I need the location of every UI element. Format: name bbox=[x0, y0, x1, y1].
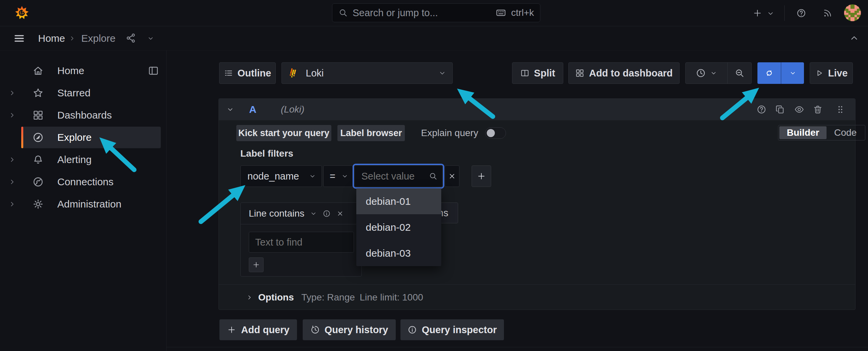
query-inspector-button[interactable]: Query inspector bbox=[400, 319, 504, 340]
compass-icon bbox=[32, 132, 44, 143]
dock-menu-icon[interactable] bbox=[148, 65, 159, 76]
label-browser-button[interactable]: Label browser bbox=[337, 125, 405, 141]
user-avatar[interactable] bbox=[844, 4, 861, 21]
bell-icon bbox=[32, 154, 44, 165]
mega-menu-icon[interactable] bbox=[13, 33, 25, 44]
chevron-down-icon bbox=[789, 69, 797, 77]
grafana-logo[interactable] bbox=[14, 5, 30, 20]
operator-value: = bbox=[330, 171, 335, 182]
options-line-limit: Line limit: 1000 bbox=[360, 285, 423, 310]
chevron-right-icon[interactable] bbox=[8, 156, 16, 164]
add-operation-param-button[interactable] bbox=[249, 257, 264, 272]
zoom-out-time-button[interactable] bbox=[728, 68, 751, 78]
search-icon bbox=[429, 172, 438, 181]
dropdown-option[interactable]: debian-01 bbox=[356, 188, 441, 214]
sidebar-item-label: Connections bbox=[57, 176, 114, 188]
sidebar-item-dashboards[interactable]: Dashboards bbox=[0, 104, 166, 126]
search-input[interactable] bbox=[353, 7, 491, 19]
live-button[interactable]: Live bbox=[810, 62, 853, 84]
times-close-icon bbox=[448, 172, 456, 181]
value-input-field[interactable] bbox=[361, 171, 419, 182]
label-name-value: node_name bbox=[247, 171, 299, 182]
value-select-input[interactable] bbox=[354, 165, 443, 187]
time-picker[interactable] bbox=[685, 62, 752, 84]
mode-builder-option[interactable]: Builder bbox=[779, 126, 827, 139]
sidebar-item-alerting[interactable]: Alerting bbox=[0, 149, 166, 170]
news-rss-icon[interactable] bbox=[822, 8, 833, 18]
collapse-chevron-up-icon[interactable] bbox=[849, 33, 860, 43]
breadcrumb-home[interactable]: Home bbox=[38, 26, 65, 51]
run-query-refresh-button[interactable] bbox=[757, 62, 804, 84]
add-query-button[interactable]: Add query bbox=[219, 319, 297, 340]
chevron-right-icon[interactable] bbox=[8, 89, 16, 97]
query-ref-id[interactable]: A bbox=[249, 99, 257, 120]
loki-logo-icon bbox=[288, 67, 299, 79]
split-button[interactable]: Split bbox=[512, 62, 563, 84]
query-row-header[interactable]: A (Loki) bbox=[219, 99, 855, 120]
chevron-right-icon[interactable] bbox=[8, 111, 16, 119]
text-to-find-field[interactable] bbox=[255, 237, 348, 248]
new-plus-icon[interactable] bbox=[752, 8, 762, 18]
global-search[interactable]: ctrl+k bbox=[332, 3, 540, 22]
sidebar-item-starred[interactable]: Starred bbox=[0, 82, 166, 104]
chevron-down-icon[interactable] bbox=[310, 210, 317, 217]
chevron-right-icon bbox=[68, 35, 76, 42]
list-outline-icon bbox=[224, 68, 233, 78]
info-circle-icon bbox=[408, 325, 417, 334]
operation-card-header[interactable]: Line contains bbox=[241, 203, 361, 224]
chevron-right-icon[interactable] bbox=[8, 200, 16, 208]
refresh-interval-caret[interactable] bbox=[781, 69, 804, 77]
share-icon[interactable] bbox=[125, 33, 136, 43]
dropdown-option[interactable]: debian-03 bbox=[356, 240, 441, 266]
query-history-button[interactable]: Query history bbox=[303, 319, 396, 340]
duplicate-query-icon[interactable] bbox=[775, 104, 785, 115]
drag-handle-icon[interactable] bbox=[835, 104, 845, 115]
bottom-divider bbox=[166, 347, 868, 347]
play-icon bbox=[815, 69, 824, 77]
collapse-query-chevron-icon[interactable] bbox=[226, 105, 234, 114]
toggle-visibility-eye-icon[interactable] bbox=[794, 104, 804, 115]
help-icon[interactable] bbox=[796, 8, 806, 18]
times-close-icon[interactable] bbox=[336, 210, 344, 218]
sidebar-item-label: Dashboards bbox=[57, 109, 112, 121]
chevron-down-icon bbox=[341, 172, 349, 180]
datasource-name: Loki bbox=[306, 68, 324, 79]
add-to-dashboard-button[interactable]: Add to dashboard bbox=[568, 62, 680, 84]
mode-code-option[interactable]: Code bbox=[827, 126, 864, 139]
info-circle-icon[interactable] bbox=[323, 210, 331, 218]
plug-icon bbox=[32, 176, 44, 188]
operation-title: Line contains bbox=[249, 208, 304, 219]
outline-button[interactable]: Outline bbox=[219, 62, 276, 84]
add-to-dashboard-label: Add to dashboard bbox=[589, 68, 672, 79]
query-options-row[interactable]: Options Type: Range Line limit: 1000 bbox=[219, 284, 855, 310]
breadcrumb-current[interactable]: Explore bbox=[81, 26, 116, 51]
sidebar-item-explore[interactable]: Explore bbox=[0, 127, 166, 148]
plus-icon bbox=[227, 325, 236, 334]
chevron-down-icon[interactable] bbox=[147, 35, 154, 42]
sidebar-item-administration[interactable]: Administration bbox=[0, 193, 166, 215]
remove-query-trash-icon[interactable] bbox=[813, 104, 823, 115]
remove-filter-button[interactable] bbox=[445, 165, 459, 187]
chevron-right-icon[interactable] bbox=[8, 178, 16, 186]
value-options-dropdown: debian-01 debian-02 debian-03 bbox=[356, 188, 441, 266]
query-help-icon[interactable] bbox=[756, 104, 767, 115]
add-filter-button[interactable] bbox=[472, 165, 491, 187]
sidebar-item-home[interactable]: Home bbox=[0, 60, 166, 82]
editor-mode-toggle: Builder Code bbox=[778, 125, 865, 140]
sidebar-item-connections[interactable]: Connections bbox=[0, 171, 166, 193]
chevron-down-icon[interactable] bbox=[767, 9, 775, 18]
kick-start-query-button[interactable]: Kick start your query bbox=[236, 125, 331, 141]
explain-query-label: Explain query bbox=[421, 125, 478, 141]
explain-query-toggle[interactable] bbox=[485, 127, 506, 139]
label-name-select[interactable]: node_name bbox=[240, 165, 322, 187]
query-history-label: Query history bbox=[325, 324, 388, 336]
search-icon bbox=[338, 8, 348, 18]
apps-grid-icon bbox=[575, 68, 585, 78]
datasource-picker[interactable]: Loki bbox=[281, 62, 453, 84]
operation-text-input[interactable] bbox=[249, 232, 354, 253]
history-icon bbox=[310, 325, 320, 334]
label-browser-label: Label browser bbox=[340, 128, 402, 138]
dropdown-option[interactable]: debian-02 bbox=[356, 214, 441, 240]
breadcrumb-bar: Home Explore bbox=[0, 26, 868, 51]
operator-select[interactable]: = bbox=[323, 165, 353, 187]
